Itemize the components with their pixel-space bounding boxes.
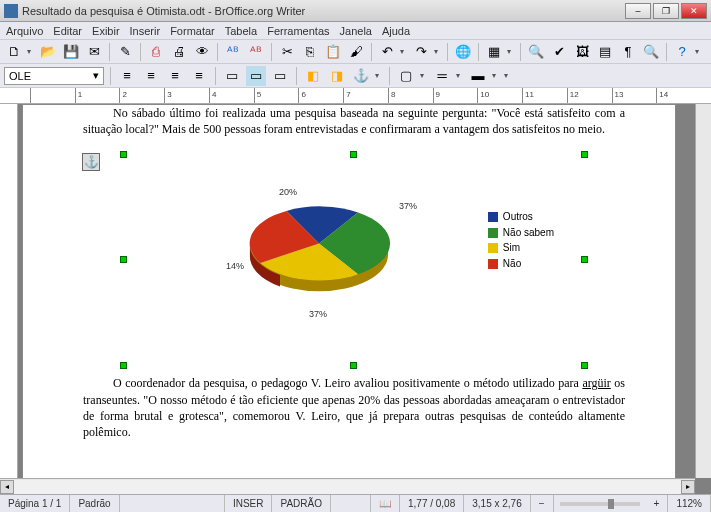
style-select[interactable]: OLE▾ xyxy=(4,67,104,85)
front-icon[interactable]: ◧ xyxy=(303,66,323,86)
menubar: Arquivo Editar Exibir Inserir Formatar T… xyxy=(0,22,711,40)
zoom-slider[interactable] xyxy=(560,502,640,506)
scroll-right-icon[interactable]: ▸ xyxy=(681,480,695,494)
open-icon[interactable]: 📂 xyxy=(38,42,58,62)
menu-arquivo[interactable]: Arquivo xyxy=(6,25,43,37)
wrap-off-icon[interactable]: ▭ xyxy=(222,66,242,86)
maximize-button[interactable]: ❐ xyxy=(653,3,679,19)
redo-icon[interactable]: ↷ xyxy=(411,42,431,62)
zoom-icon[interactable]: 🔍 xyxy=(641,42,661,62)
resize-handle[interactable] xyxy=(581,362,588,369)
back-icon[interactable]: ◨ xyxy=(327,66,347,86)
chart-object[interactable]: ⚓ xyxy=(124,155,584,365)
new-icon[interactable]: 🗋 xyxy=(4,42,24,62)
help-icon[interactable]: ? xyxy=(672,42,692,62)
resize-handle[interactable] xyxy=(350,362,357,369)
resize-handle[interactable] xyxy=(120,151,127,158)
undo-icon[interactable]: ↶ xyxy=(377,42,397,62)
menu-tabela[interactable]: Tabela xyxy=(225,25,257,37)
menu-ajuda[interactable]: Ajuda xyxy=(382,25,410,37)
zoom-out-icon[interactable]: − xyxy=(531,495,554,512)
linestyle-icon[interactable]: ═ xyxy=(432,66,452,86)
align-left-icon[interactable]: ≡ xyxy=(117,66,137,86)
window-title: Resultado da pesquisa é Otimista.odt - B… xyxy=(22,5,625,17)
resize-handle[interactable] xyxy=(120,256,127,263)
status-zoom[interactable]: 112% xyxy=(668,495,711,512)
resize-handle[interactable] xyxy=(120,362,127,369)
vertical-scrollbar[interactable] xyxy=(695,104,711,478)
vertical-ruler[interactable] xyxy=(0,104,18,494)
align-center-icon[interactable]: ≡ xyxy=(141,66,161,86)
status-style[interactable]: Padrão xyxy=(70,495,119,512)
titlebar: Resultado da pesquisa é Otimista.odt - B… xyxy=(0,0,711,22)
paste-icon[interactable]: 📋 xyxy=(323,42,343,62)
edit-icon[interactable]: ✎ xyxy=(115,42,135,62)
zoom-in-icon[interactable]: + xyxy=(646,495,669,512)
status-pos: 1,77 / 0,08 xyxy=(400,495,464,512)
paragraph-1[interactable]: No sábado último foi realizada uma pesqu… xyxy=(83,105,625,137)
linecolor-icon[interactable]: ▬ xyxy=(468,66,488,86)
document-area: No sábado último foi realizada uma pesqu… xyxy=(0,104,711,494)
email-icon[interactable]: ✉ xyxy=(84,42,104,62)
statusbar: Página 1 / 1 Padrão INSER PADRÃO 📖 1,77 … xyxy=(0,494,711,512)
slice-label: 14% xyxy=(226,260,244,272)
paragraph-2[interactable]: O coordenador da pesquisa, o pedagogo V.… xyxy=(83,375,625,440)
anchor-icon[interactable]: ⚓ xyxy=(351,66,371,86)
table-icon[interactable]: ▦ xyxy=(484,42,504,62)
pie-chart: 20% 37% 37% 14% xyxy=(234,180,404,310)
wrap-page-icon[interactable]: ▭ xyxy=(246,66,266,86)
status-padrao[interactable]: PADRÃO xyxy=(272,495,331,512)
hyperlink-icon[interactable]: 🌐 xyxy=(453,42,473,62)
align-right-icon[interactable]: ≡ xyxy=(165,66,185,86)
resize-handle[interactable] xyxy=(581,151,588,158)
close-button[interactable]: ✕ xyxy=(681,3,707,19)
find-icon[interactable]: 🔍 xyxy=(526,42,546,62)
wrap-through-icon[interactable]: ▭ xyxy=(270,66,290,86)
spellcheck-icon[interactable]: ᴬᴮ xyxy=(223,42,243,62)
save-icon[interactable]: 💾 xyxy=(61,42,81,62)
resize-handle[interactable] xyxy=(581,256,588,263)
app-icon xyxy=(4,4,18,18)
print-icon[interactable]: 🖨 xyxy=(169,42,189,62)
cut-icon[interactable]: ✂ xyxy=(277,42,297,62)
formatting-toolbar: OLE▾ ≡ ≡ ≡ ≡ ▭ ▭ ▭ ◧ ◨ ⚓▾ ▢▾ ═▾ ▬▾ ▾ xyxy=(0,64,711,88)
status-page[interactable]: Página 1 / 1 xyxy=(0,495,70,512)
menu-inserir[interactable]: Inserir xyxy=(130,25,161,37)
chart-legend: Outros Não sabem Sim Não xyxy=(488,210,554,272)
navigator-icon[interactable]: ✔ xyxy=(549,42,569,62)
horizontal-ruler[interactable]: 12 345 678 91011 121314 xyxy=(0,88,711,104)
slice-label: 37% xyxy=(399,200,417,212)
copy-icon[interactable]: ⎘ xyxy=(300,42,320,62)
preview-icon[interactable]: 👁 xyxy=(192,42,212,62)
datasource-icon[interactable]: ▤ xyxy=(595,42,615,62)
menu-formatar[interactable]: Formatar xyxy=(170,25,215,37)
menu-editar[interactable]: Editar xyxy=(53,25,82,37)
status-book-icon[interactable]: 📖 xyxy=(371,495,400,512)
nonprint-icon[interactable]: ¶ xyxy=(618,42,638,62)
status-inser[interactable]: INSER xyxy=(225,495,273,512)
horizontal-scrollbar[interactable]: ◂ ▸ xyxy=(0,478,695,494)
anchor-marker-icon[interactable]: ⚓ xyxy=(82,153,100,171)
menu-exibir[interactable]: Exibir xyxy=(92,25,120,37)
minimize-button[interactable]: – xyxy=(625,3,651,19)
page[interactable]: No sábado último foi realizada uma pesqu… xyxy=(22,104,676,484)
resize-handle[interactable] xyxy=(350,151,357,158)
pdf-icon[interactable]: ⎙ xyxy=(146,42,166,62)
align-justify-icon[interactable]: ≡ xyxy=(189,66,209,86)
standard-toolbar: 🗋▾ 📂 💾 ✉ ✎ ⎙ 🖨 👁 ᴬᴮ ᴬᴮ ✂ ⎘ 📋 🖌 ↶▾ ↷▾ 🌐 ▦… xyxy=(0,40,711,64)
menu-ferramentas[interactable]: Ferramentas xyxy=(267,25,329,37)
slice-label: 37% xyxy=(309,308,327,320)
scroll-left-icon[interactable]: ◂ xyxy=(0,480,14,494)
gallery-icon[interactable]: 🖼 xyxy=(572,42,592,62)
format-paint-icon[interactable]: 🖌 xyxy=(346,42,366,62)
border-icon[interactable]: ▢ xyxy=(396,66,416,86)
autospell-icon[interactable]: ᴬᴮ xyxy=(246,42,266,62)
slice-label: 20% xyxy=(279,186,297,198)
menu-janela[interactable]: Janela xyxy=(340,25,372,37)
status-size: 3,15 x 2,76 xyxy=(464,495,530,512)
